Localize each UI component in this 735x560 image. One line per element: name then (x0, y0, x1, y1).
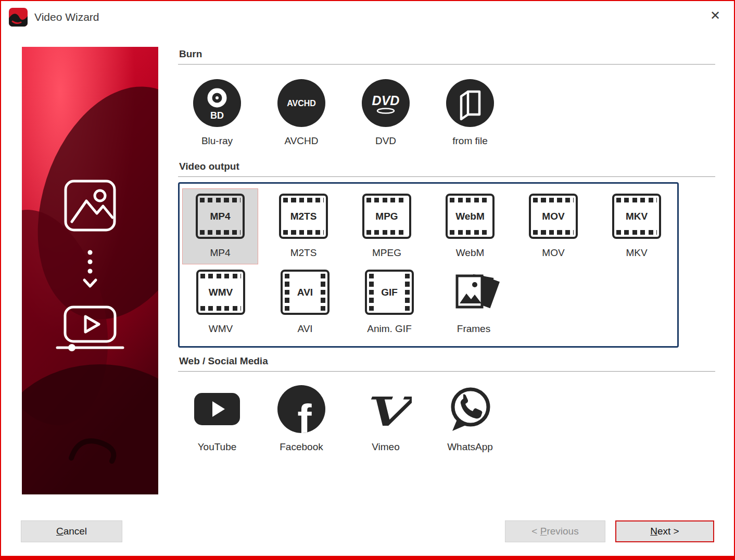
wmv-filmstrip-icon: WMV (196, 270, 245, 315)
vimeo-icon: v (360, 385, 412, 433)
video-format-label: WMV (209, 323, 233, 335)
m2ts-filmstrip-icon: M2TS (279, 194, 328, 239)
webm-filmstrip-icon: WebM (446, 194, 495, 239)
web-options-row: YouTube f Facebook v (178, 372, 715, 465)
burn-section-header: Burn (178, 47, 715, 65)
flower-artwork-image (22, 47, 158, 494)
video-output-section-header: Video output (178, 159, 715, 177)
burn-option-label: AVCHD (284, 135, 318, 147)
video-format-label: MP4 (210, 247, 230, 259)
video-format-anim-gif[interactable]: GIF Anim. GIF (351, 265, 427, 340)
video-format-label: AVI (297, 323, 312, 335)
video-output-group: MP4 MP4 M2TS M2TS MPG (178, 182, 679, 348)
web-option-vimeo[interactable]: v Vimeo (348, 385, 424, 453)
burn-option-dvd[interactable]: DVD DVD (348, 79, 424, 147)
video-format-mpeg[interactable]: MPG MPEG (349, 189, 424, 264)
svg-text:v: v (361, 385, 412, 433)
gif-filmstrip-icon: GIF (365, 270, 414, 315)
web-option-label: YouTube (198, 441, 237, 453)
wizard-artwork (22, 47, 158, 494)
burn-option-label: DVD (375, 135, 396, 147)
titlebar: Video Wizard ✕ (1, 1, 734, 33)
video-format-frames[interactable]: Frames (436, 265, 512, 340)
web-option-facebook[interactable]: f Facebook (263, 385, 339, 453)
avi-filmstrip-icon: AVI (281, 270, 330, 315)
svg-text:BD: BD (210, 110, 224, 121)
app-logo-icon (9, 8, 28, 27)
video-format-label: MPEG (372, 247, 401, 259)
video-format-webm[interactable]: WebM WebM (433, 189, 508, 264)
video-format-label: M2TS (290, 247, 317, 259)
video-format-m2ts[interactable]: M2TS M2TS (266, 189, 341, 264)
whatsapp-icon (446, 385, 494, 433)
video-format-label: MOV (542, 247, 564, 259)
video-format-wmv[interactable]: WMV WMV (183, 265, 259, 340)
mkv-filmstrip-icon: MKV (612, 194, 661, 239)
burn-option-avchd[interactable]: AVCHD AVCHD (263, 79, 339, 147)
arrow-down-dotted-icon (88, 250, 93, 274)
bluray-disc-icon: BD (193, 79, 241, 127)
video-format-label: Anim. GIF (367, 323, 412, 335)
burn-option-from-file[interactable]: from file (432, 79, 508, 147)
video-format-avi[interactable]: AVI AVI (267, 265, 343, 340)
avchd-disc-icon: AVCHD (277, 79, 325, 127)
svg-text:AVCHD: AVCHD (287, 99, 316, 108)
video-format-label: Frames (457, 323, 490, 335)
video-format-mp4[interactable]: MP4 MP4 (183, 189, 258, 264)
web-option-label: WhatsApp (447, 441, 493, 453)
cancel-button[interactable]: Cancel (21, 520, 122, 542)
close-icon[interactable]: ✕ (710, 9, 720, 22)
web-section-header: Web / Social Media (178, 354, 715, 372)
svg-text:f: f (297, 396, 312, 433)
youtube-icon (193, 385, 241, 433)
main-content: Burn BD Blu-ray AVCHD (178, 47, 715, 465)
burn-option-bluray[interactable]: BD Blu-ray (179, 79, 255, 147)
window-title: Video Wizard (34, 11, 99, 23)
video-format-label: MKV (626, 247, 647, 259)
video-wizard-window: Video Wizard ✕ (0, 0, 735, 560)
burn-option-label: from file (452, 135, 488, 147)
facebook-icon: f (277, 385, 325, 433)
video-output-row-1: MP4 MP4 M2TS M2TS MPG (183, 189, 674, 264)
mp4-filmstrip-icon: MP4 (196, 194, 245, 239)
burn-option-label: Blu-ray (201, 135, 233, 147)
dvd-disc-icon: DVD (362, 79, 410, 127)
burn-options-row: BD Blu-ray AVCHD AVCHD D (178, 65, 715, 159)
frames-icon (448, 270, 500, 315)
mov-filmstrip-icon: MOV (529, 194, 578, 239)
video-format-mkv[interactable]: MKV MKV (599, 189, 674, 264)
svg-text:DVD: DVD (372, 93, 400, 108)
video-output-row-2: WMV WMV AVI AVI GIF (183, 265, 674, 340)
mpg-filmstrip-icon: MPG (362, 194, 411, 239)
web-option-label: Vimeo (372, 441, 400, 453)
web-option-whatsapp[interactable]: WhatsApp (432, 385, 508, 453)
previous-button[interactable]: < Previous (505, 520, 605, 542)
web-option-label: Facebook (280, 441, 323, 453)
next-button[interactable]: Next > (615, 520, 714, 542)
video-format-mov[interactable]: MOV MOV (516, 189, 591, 264)
video-format-label: WebM (456, 247, 485, 259)
from-file-icon (446, 79, 494, 127)
web-option-youtube[interactable]: YouTube (179, 385, 255, 453)
